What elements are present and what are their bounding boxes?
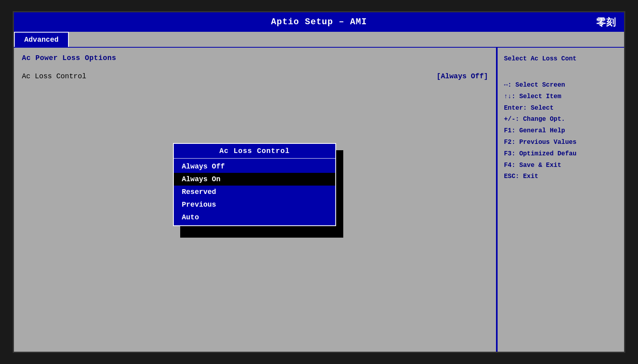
dropdown-item-previous[interactable]: Previous	[174, 198, 335, 211]
left-panel: Ac Power Loss Options Ac Loss Control [A…	[14, 48, 497, 352]
tab-advanced[interactable]: Advanced	[14, 32, 69, 47]
dropdown-popup: Ac Loss Control Always Off Always On Res…	[173, 143, 336, 226]
key-select-item: ↑↓: Select Item	[504, 91, 618, 103]
logo: 零刻	[596, 16, 616, 29]
dropdown-item-reserved[interactable]: Reserved	[174, 186, 335, 198]
bios-title: Aptio Setup – AMI	[271, 17, 367, 27]
help-text: Select Ac Loss Cont	[504, 54, 618, 64]
main-content: Ac Power Loss Options Ac Loss Control [A…	[14, 48, 624, 352]
key-change-opt: +/-: Change Opt.	[504, 114, 618, 125]
dropdown-item-always-off[interactable]: Always Off	[174, 160, 335, 173]
key-select-screen: ↔: Select Screen	[504, 79, 618, 91]
dropdown-header: Ac Loss Control	[174, 144, 335, 159]
setting-row-ac-loss: Ac Loss Control [Always Off]	[22, 70, 488, 83]
key-help: ↔: Select Screen ↑↓: Select Item Enter: …	[504, 79, 618, 182]
key-f1: F1: General Help	[504, 125, 618, 137]
right-panel: Select Ac Loss Cont ↔: Select Screen ↑↓:…	[497, 48, 624, 352]
title-bar: Aptio Setup – AMI 零刻	[14, 12, 624, 32]
section-title: Ac Power Loss Options	[22, 54, 488, 62]
key-f2: F2: Previous Values	[504, 137, 618, 148]
setting-value-ac-loss: [Always Off]	[436, 72, 488, 80]
key-esc: ESC: Exit	[504, 171, 618, 182]
nav-bar: Advanced	[14, 32, 624, 48]
key-enter: Enter: Select	[504, 103, 618, 114]
key-f3: F3: Optimized Defau	[504, 148, 618, 160]
dropdown-items: Always Off Always On Reserved Previous A…	[174, 159, 335, 225]
key-f4: F4: Save & Exit	[504, 160, 618, 171]
setting-label-ac-loss: Ac Loss Control	[22, 72, 86, 80]
dropdown-overlay: Ac Loss Control Always Off Always On Res…	[173, 143, 336, 226]
dropdown-item-auto[interactable]: Auto	[174, 211, 335, 224]
bios-container: Aptio Setup – AMI 零刻 Advanced Ac Power L…	[13, 11, 625, 353]
dropdown-item-always-on[interactable]: Always On	[174, 173, 335, 186]
